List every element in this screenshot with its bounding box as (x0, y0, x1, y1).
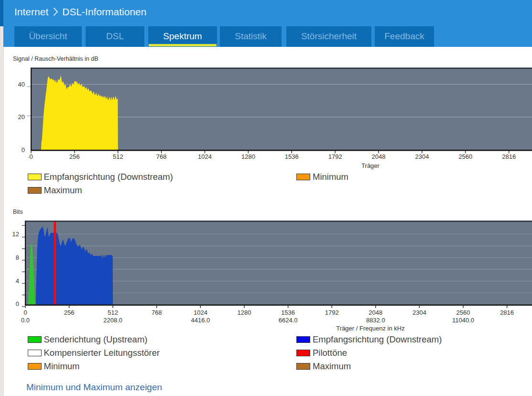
svg-text:40: 40 (18, 81, 25, 88)
svg-text:1024: 1024 (194, 309, 207, 316)
svg-text:2208.0: 2208.0 (103, 317, 122, 324)
svg-text:0: 0 (29, 153, 33, 160)
svg-text:1792: 1792 (328, 153, 342, 160)
svg-text:2304: 2304 (413, 309, 426, 316)
svg-text:8832.0: 8832.0 (366, 317, 385, 324)
svg-text:2048: 2048 (372, 153, 386, 160)
svg-text:20: 20 (18, 113, 25, 121)
svg-text:512: 512 (113, 153, 123, 160)
svg-text:0.0: 0.0 (21, 317, 30, 324)
svg-text:1280: 1280 (238, 309, 251, 316)
svg-text:2816: 2816 (502, 153, 516, 160)
svg-text:256: 256 (64, 309, 75, 316)
svg-text:Bits: Bits (13, 209, 23, 215)
svg-text:0: 0 (23, 309, 27, 316)
svg-text:2560: 2560 (456, 309, 470, 316)
svg-text:4: 4 (16, 277, 19, 285)
svg-text:6624.0: 6624.0 (279, 317, 298, 324)
svg-text:1536: 1536 (285, 153, 299, 160)
svg-text:0: 0 (22, 146, 25, 154)
svg-text:2560: 2560 (458, 153, 472, 160)
svg-text:4416.0: 4416.0 (191, 317, 210, 324)
svg-text:Träger / Frequenz in kHz: Träger / Frequenz in kHz (336, 325, 404, 332)
svg-text:256: 256 (69, 153, 80, 160)
svg-text:11040.0: 11040.0 (452, 317, 474, 324)
svg-text:12: 12 (12, 231, 19, 238)
svg-text:1792: 1792 (325, 309, 339, 316)
svg-text:768: 768 (152, 309, 162, 316)
svg-text:2816: 2816 (500, 309, 514, 316)
svg-text:512: 512 (108, 309, 118, 316)
svg-text:1536: 1536 (281, 309, 295, 316)
svg-text:768: 768 (156, 153, 167, 160)
svg-text:2048: 2048 (369, 309, 382, 316)
svg-text:0: 0 (16, 300, 19, 308)
svg-text:Träger: Träger (361, 162, 380, 169)
svg-text:1024: 1024 (198, 153, 212, 160)
svg-text:8: 8 (16, 254, 19, 261)
svg-text:1280: 1280 (241, 153, 255, 160)
svg-text:Signal / Rausch-Verhältnis in: Signal / Rausch-Verhältnis in dB (13, 55, 98, 62)
svg-text:2304: 2304 (415, 153, 429, 160)
